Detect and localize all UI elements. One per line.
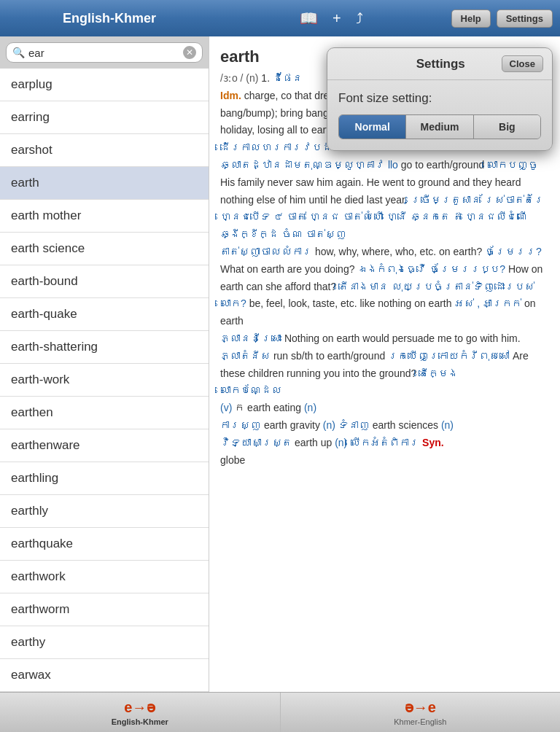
pos-tag: (v) [220,402,235,413]
tab-icon-en-kh: e→ə [124,698,155,716]
dictionary-content: earth /ɜːo / (n) 1. ដីផែន Idm. charge, c… [209,36,560,692]
phonetic: /ɜːo / [220,72,243,84]
list-item[interactable]: earring [0,101,209,134]
header-buttons: Help Settings [451,9,553,28]
syn-word: globe [220,454,245,466]
search-wrapper: 🔍 ✕ [6,42,203,63]
list-item[interactable]: earwax [0,659,209,692]
def-text: run sb/th to earth/ground [273,350,388,362]
search-icon: 🔍 [12,47,25,58]
syn-label: Syn. [422,437,444,448]
list-item[interactable]: earshot [0,134,209,167]
def-text: Nothing on earth would persuade me to go… [284,332,521,344]
list-item[interactable]: earthquake [0,528,209,561]
pos: (n) [246,72,261,84]
tab-label-en-kh: English-Khmer [112,717,168,726]
list-item[interactable]: earthenware [0,429,209,462]
app-title: English-Khmer [7,11,211,26]
khmer-text: ឯងកំពុងធ្វើ ចម្រែររប្ប? [357,263,505,275]
def-text: earth sciences [373,419,441,431]
settings-body: Font size setting: Normal Medium Big [327,80,552,150]
settings-title: Settings [380,57,502,71]
khmer-text: ភ្លាននីស្រោះ [220,332,281,344]
khmer-text: ដីផែន [273,72,303,84]
khmer-text: អស់ , អាក្រក់ [454,297,521,309]
khmer-text: តាត់ស្ញាចាលលំការ [220,246,312,257]
list-item[interactable]: earth [0,167,209,200]
khmer-text: លោកបណ្ដែល [220,384,282,396]
def-text: earth up [295,437,335,448]
def-text: go to earth/ground [401,159,487,171]
khmer-text: ដើរកាលហរការវបដ [220,141,332,153]
khmer-text: លើកអំតំពិការ [350,437,419,448]
list-item[interactable]: earth science [0,233,209,265]
def-text: ក earth eating [235,402,304,413]
search-bar: 🔍 ✕ [0,36,209,69]
main-content: 🔍 ✕ earplug earring earshot earth earth … [0,36,560,692]
list-item[interactable]: earthling [0,462,209,495]
pos-tag: (n) [304,402,316,413]
khmer-text: លោកបញ្ចូ [487,159,538,171]
khmer-text: ការស្ញ [220,419,261,431]
list-item[interactable]: earthen [0,397,209,429]
khmer-text: វិទ្យាសាស្ត្រ [220,437,292,448]
list-item[interactable]: earth mother [0,200,209,233]
sidebar: 🔍 ✕ earplug earring earshot earth earth … [0,36,209,692]
list-item[interactable]: earth-bound [0,265,209,298]
tab-bar: e→ə English-Khmer ə→e Khmer-English [0,692,560,732]
khmer-text: ភ្លាតំនីស [220,350,271,362]
help-button[interactable]: Help [451,9,491,28]
khmer-text: ឆ្លាតដ្ឋានដាមតុណ្ឌម្លូហ្គាវ llo [220,159,398,171]
font-big-button[interactable]: Big [474,115,540,139]
def-text: be, feel, look, taste, etc. like nothing… [249,297,455,309]
tab-label-kh-en: Khmer-English [394,717,446,726]
idm-label: Idm. [220,90,241,101]
list-item[interactable]: earth-quake [0,298,209,331]
bookmark-icon[interactable]: 📖 [300,9,318,27]
close-button[interactable]: Close [502,55,543,72]
list-item[interactable]: earthly [0,495,209,528]
share-icon[interactable]: ⤴ [356,10,363,27]
list-item[interactable]: earthworm [0,593,209,626]
khmer-text: តើក្មេង [419,367,458,379]
font-size-selector: Normal Medium Big [338,114,541,139]
def-text: how, why, where, who, etc. on earth? [315,246,485,257]
list-item[interactable]: earplug [0,69,209,101]
font-size-label: Font size setting: [338,91,541,106]
search-input[interactable] [28,47,183,59]
tab-english-khmer[interactable]: e→ə English-Khmer [0,693,281,732]
def-num: 1. [261,72,273,84]
popup-arrow [520,47,537,48]
header-icons: 📖 + ⤴ [211,9,451,27]
pos-tag: (n) [335,437,347,448]
khmer-text: ទំនាញ [338,419,370,431]
settings-header: Settings Close [327,48,552,80]
font-medium-button[interactable]: Medium [406,115,473,139]
add-icon[interactable]: + [332,10,341,27]
khmer-text: រកឃើញក្រោយកំរីពុសសៅ [388,350,510,362]
settings-button[interactable]: Settings [497,9,553,28]
settings-popup: Settings Close Font size setting: Normal… [327,47,553,151]
khmer-text: ចម្រែររ? [485,246,542,257]
font-normal-button[interactable]: Normal [339,115,406,139]
list-item[interactable]: earthy [0,626,209,659]
list-item[interactable]: earth-work [0,364,209,397]
clear-button[interactable]: ✕ [183,46,196,59]
tab-khmer-english[interactable]: ə→e Khmer-English [281,693,561,732]
pos-tag: (n) [441,419,454,431]
word-list: earplug earring earshot earth earth moth… [0,69,209,692]
def-text: What on earth are you doing? [220,263,357,275]
header: English-Khmer 📖 + ⤴ Help Settings [0,0,560,36]
def-text: earth gravity [264,419,323,431]
list-item[interactable]: earthwork [0,561,209,593]
pos-tag: (n) [323,419,335,431]
tab-icon-kh-en: ə→e [405,698,436,716]
list-item[interactable]: earth-shattering [0,331,209,364]
